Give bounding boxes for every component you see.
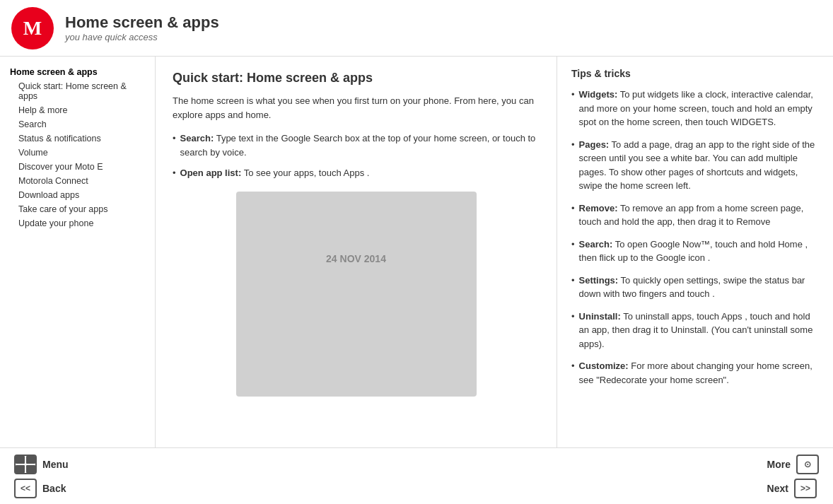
sidebar-item-motorola-connect[interactable]: Motorola Connect — [6, 174, 149, 188]
tip-remove-label: Remove: — [579, 203, 618, 213]
grid-cell-2 — [26, 456, 35, 464]
menu-button[interactable]: Menu — [14, 455, 69, 474]
tip-customize-label: Customize: — [579, 361, 629, 371]
header-text: Home screen & apps you have quick access — [65, 13, 219, 42]
footer-right: More ⊙ Next >> — [767, 455, 819, 498]
tip-uninstall-label: Uninstall: — [579, 311, 621, 322]
sidebar-item-volume[interactable]: Volume — [6, 146, 149, 160]
menu-label: Menu — [42, 459, 69, 470]
footer-left: Menu << Back — [14, 455, 69, 498]
tip-bullet-settings: • — [571, 274, 575, 288]
tip-search-content: To open Google Now™, touch and hold Home… — [579, 239, 808, 264]
tip-bullet-search: • — [571, 238, 575, 252]
tip-customize: • Customize: For more about changing you… — [571, 359, 819, 387]
content-page-title: Quick start: Home screen & apps — [173, 71, 540, 86]
sidebar-item-download-apps[interactable]: Download apps — [6, 188, 149, 202]
tip-bullet-widgets: • — [571, 88, 575, 102]
tip-pages-text: Pages: To add a page, drag an app to the… — [579, 138, 819, 193]
page-main-title: Home screen & apps — [65, 13, 219, 32]
bullet-search-content: Type text in the Google Search box at th… — [180, 133, 536, 158]
bullet-search-label: Search: — [180, 133, 214, 143]
tip-pages-content: To add a page, drag an app to the right … — [579, 139, 815, 192]
tip-search-label: Search: — [579, 239, 613, 250]
more-label: More — [767, 459, 791, 470]
tip-settings-text: Settings: To quickly open settings, swip… — [579, 274, 819, 301]
bullet-open-app-text: Open app list: To see your apps, touch A… — [180, 166, 370, 180]
sidebar-item-status-notifications[interactable]: Status & notifications — [6, 131, 149, 146]
tips-title: Tips & tricks — [571, 68, 819, 79]
footer: Menu << Back More ⊙ Next >> — [0, 447, 833, 504]
tip-search-text: Search: To open Google Now™, touch and h… — [579, 238, 819, 265]
tip-uninstall: • Uninstall: To uninstall apps, touch Ap… — [571, 310, 819, 351]
main-container: Home screen & apps Quick start: Home scr… — [0, 57, 833, 447]
phone-image-area: 24 NOV 2014 — [173, 192, 540, 397]
bullet-dot-open-app: • — [173, 166, 176, 180]
tip-bullet-pages: • — [571, 138, 575, 152]
menu-icon — [14, 455, 37, 474]
grid-cell-3 — [16, 465, 25, 473]
grid-icon — [16, 456, 35, 473]
more-icon: ⊙ — [796, 455, 819, 474]
main-content: Quick start: Home screen & apps The home… — [156, 57, 557, 447]
phone-date: 24 NOV 2014 — [326, 253, 386, 264]
tip-widgets-label: Widgets: — [579, 89, 618, 100]
tip-widgets-text: Widgets: To put widgets like a clock, in… — [579, 88, 819, 129]
tip-remove: • Remove: To remove an app from a home s… — [571, 201, 819, 229]
content-area: Quick start: Home screen & apps The home… — [156, 57, 833, 447]
back-icon: << — [14, 479, 37, 498]
tip-pages: • Pages: To add a page, drag an app to t… — [571, 138, 819, 193]
tip-bullet-remove: • — [571, 201, 575, 216]
tip-search: • Search: To open Google Now™, touch and… — [571, 238, 819, 265]
grid-cell-4 — [26, 465, 35, 473]
sidebar: Home screen & apps Quick start: Home scr… — [0, 57, 156, 447]
tips-panel: Tips & tricks • Widgets: To put widgets … — [557, 57, 833, 447]
tip-uninstall-text: Uninstall: To uninstall apps, touch Apps… — [579, 310, 819, 351]
tip-customize-text: Customize: For more about changing your … — [579, 359, 819, 387]
bullet-open-app: • Open app list: To see your apps, touch… — [173, 166, 540, 180]
sidebar-item-home-screen-apps[interactable]: Home screen & apps — [6, 65, 149, 79]
grid-cell-1 — [16, 456, 25, 464]
tip-remove-text: Remove: To remove an app from a home scr… — [579, 201, 819, 229]
sidebar-item-discover-moto-e[interactable]: Discover your Moto E — [6, 160, 149, 174]
back-label: Back — [42, 483, 66, 494]
bullet-search: • Search: Type text in the Google Search… — [173, 131, 540, 159]
sidebar-item-help-more[interactable]: Help & more — [6, 103, 149, 117]
motorola-logo: M — [11, 7, 54, 49]
intro-paragraph: The home screen is what you see when you… — [173, 94, 540, 122]
tip-settings: • Settings: To quickly open settings, sw… — [571, 274, 819, 301]
sidebar-item-take-care-apps[interactable]: Take care of your apps — [6, 202, 149, 216]
bullet-dot-search: • — [173, 131, 176, 146]
tip-settings-label: Settings: — [579, 275, 619, 286]
sidebar-item-update-phone[interactable]: Update your phone — [6, 216, 149, 230]
tip-pages-label: Pages: — [579, 139, 610, 150]
bullet-open-app-content: To see your apps, touch Apps . — [244, 168, 370, 178]
sidebar-item-search[interactable]: Search — [6, 117, 149, 131]
sidebar-item-quick-start[interactable]: Quick start: Home screen & apps — [6, 79, 149, 103]
more-button[interactable]: More ⊙ — [767, 455, 819, 474]
header: M Home screen & apps you have quick acce… — [0, 0, 833, 57]
next-icon: >> — [794, 479, 817, 498]
next-button[interactable]: Next >> — [767, 479, 819, 498]
tip-bullet-uninstall: • — [571, 310, 575, 324]
next-label: Next — [767, 483, 788, 494]
tip-widgets: • Widgets: To put widgets like a clock, … — [571, 88, 819, 129]
back-button[interactable]: << Back — [14, 479, 69, 498]
phone-screenshot: 24 NOV 2014 — [236, 192, 477, 397]
page-subtitle: you have quick access — [65, 32, 219, 42]
tip-bullet-customize: • — [571, 359, 575, 373]
bullet-search-text: Search: Type text in the Google Search b… — [180, 131, 540, 159]
bullet-open-app-label: Open app list: — [180, 168, 242, 178]
